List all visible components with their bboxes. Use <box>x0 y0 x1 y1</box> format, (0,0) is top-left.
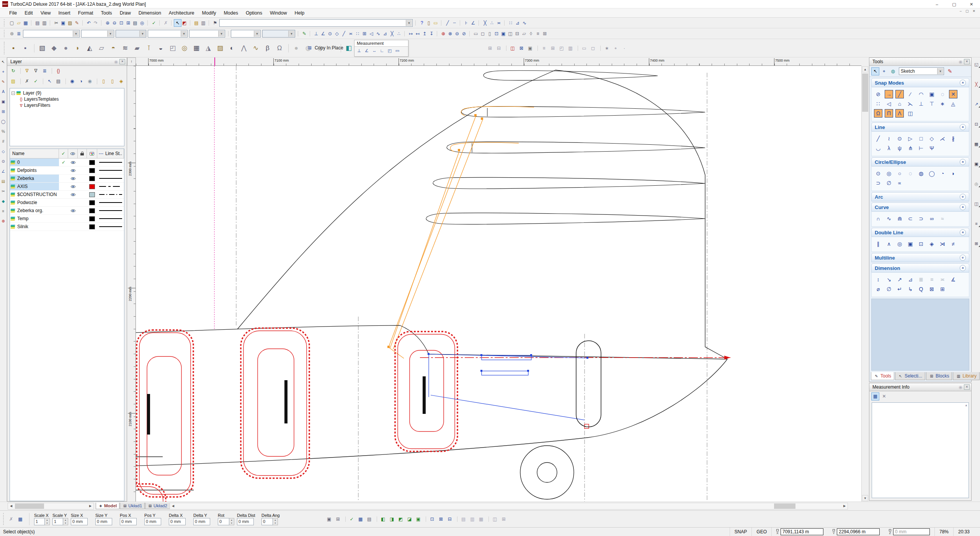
toolbar-icon[interactable]: ▢ <box>8 20 15 26</box>
field-spinner[interactable]: ▲▼ <box>229 518 234 525</box>
canvas-vscrollbar[interactable]: ▲ ▼ <box>861 66 868 502</box>
modify-tool-icon[interactable]: ◎ <box>973 181 980 187</box>
inspector-icon[interactable]: ⊞ <box>500 516 507 523</box>
layer-linestyle-sample[interactable] <box>97 191 124 198</box>
toolbar-icon[interactable]: ↶ <box>85 20 92 26</box>
chevron-up-icon[interactable]: « <box>960 124 966 130</box>
toolbar-icon[interactable]: Ω <box>274 43 284 53</box>
inspector-icon[interactable]: ⊟ <box>446 516 453 523</box>
toolbar-icon[interactable]: ▥ <box>200 20 207 26</box>
snap-mode-icon[interactable]: ✕ <box>949 90 957 98</box>
geo-toggle[interactable]: GEO <box>751 528 771 536</box>
layer-lock-cell[interactable] <box>78 199 87 206</box>
toolbar-icon[interactable]: ▱ <box>15 20 22 26</box>
circle-tool-icon[interactable]: ∝ <box>895 179 904 187</box>
toolbar-icon[interactable]: ⊞ <box>361 30 368 37</box>
drawing-tool-icon[interactable]: ◆ <box>0 198 6 204</box>
layer-row[interactable]: Zeberka org. ✓ <box>10 207 124 215</box>
toolbar-icon[interactable]: ⊥ <box>313 30 320 37</box>
toolbar-icon[interactable]: ◎ <box>180 43 189 53</box>
toolbar-icon[interactable]: ⋀ <box>239 43 249 53</box>
toolbar-icon[interactable]: ✗ <box>162 20 169 26</box>
snap-toggle[interactable]: SNAP <box>730 528 752 536</box>
toolbar-icon[interactable]: ▭ <box>432 20 439 26</box>
inspector-icon[interactable]: ▣ <box>326 516 333 523</box>
menu-item[interactable]: View <box>37 9 55 17</box>
dimension-tool-icon[interactable]: ⊠ <box>928 285 936 293</box>
inspector-icon[interactable]: ▦ <box>478 516 485 523</box>
snap-mode-icon[interactable]: ◌ <box>938 90 947 98</box>
toolbar-icon[interactable]: ∿ <box>375 30 382 37</box>
toolbar-icon[interactable]: ▪ <box>20 43 30 53</box>
snap-mode-icon[interactable]: ╱ <box>895 90 904 98</box>
scroll-up-icon[interactable]: ▲ <box>965 404 968 407</box>
toolbar-icon[interactable]: ⊠ <box>518 45 525 52</box>
layer-tool-icon[interactable]: ↖ <box>46 78 53 85</box>
toolbar-icon[interactable]: ? <box>418 20 425 26</box>
inspector-icon[interactable]: ◪ <box>406 516 413 523</box>
field-input[interactable]: 1 <box>52 518 63 525</box>
drawing-tool-icon[interactable]: ▣ <box>0 99 6 105</box>
modify-tool-icon[interactable]: ╳ <box>973 81 980 87</box>
toolbar-icon[interactable]: ⊡ <box>118 20 125 26</box>
toolbar-icon[interactable]: ◰ <box>558 45 565 52</box>
snap-mode-icon[interactable]: Ω <box>874 109 882 118</box>
layer-lock-cell[interactable] <box>78 183 87 190</box>
tools-header-icon[interactable]: ⌖ <box>880 68 888 75</box>
toolbar-icon[interactable]: ◓ <box>108 43 118 53</box>
toolbar-icon[interactable]: ∷ <box>507 20 514 26</box>
toolbar-icon[interactable] <box>23 30 80 38</box>
layer-row[interactable]: Temp ✓ <box>10 215 124 223</box>
toolbar-icon[interactable]: ◆ <box>49 43 59 53</box>
toolbar-icon[interactable]: ▰ <box>132 43 142 53</box>
toolbar-icon[interactable]: ◮ <box>203 43 213 53</box>
snap-mode-icon[interactable]: ⊤ <box>928 100 936 108</box>
layer-tool-icon[interactable]: ◈ <box>118 78 125 85</box>
measurement-info-icon[interactable]: ▦ <box>872 393 879 400</box>
field-input[interactable]: 0 <box>261 518 273 525</box>
line-tool-icon[interactable]: ∦ <box>949 134 957 143</box>
menu-item[interactable]: File <box>5 9 21 17</box>
toolbar-icon[interactable]: ⊖ <box>454 30 461 37</box>
pin-icon[interactable]: ◉ <box>959 385 962 390</box>
drawing-tool-icon[interactable]: ▤ <box>0 178 6 184</box>
section-header[interactable]: Snap Modes« <box>871 78 969 87</box>
double-line-tool-icon[interactable]: ⊡ <box>917 240 925 248</box>
double-line-tool-icon[interactable]: ∥ <box>874 240 882 248</box>
snap-mode-icon[interactable]: ∕ <box>906 90 915 98</box>
line-tool-icon[interactable]: ◇ <box>928 134 936 143</box>
palette-tab[interactable]: ▥ Library <box>953 372 980 380</box>
menu-item[interactable]: Tools <box>97 9 116 17</box>
layer-tool-icon[interactable]: ▯ <box>109 78 116 85</box>
drawing-tool-icon[interactable]: ⊞ <box>0 109 6 114</box>
line-tool-icon[interactable]: λ <box>885 144 893 152</box>
dimension-tool-icon[interactable]: ⌀ <box>874 285 882 293</box>
menu-item[interactable]: Help <box>291 9 308 17</box>
layer-lock-cell[interactable] <box>78 167 87 174</box>
circle-tool-icon[interactable]: ∅ <box>885 179 893 187</box>
drawing-tool-icon[interactable]: % <box>0 129 6 134</box>
line-tool-icon[interactable]: ⋌ <box>938 134 947 143</box>
measure-icon[interactable]: ∟ <box>379 47 385 54</box>
toolbar-icon[interactable]: ⊺ <box>144 43 154 53</box>
toolbar-icon[interactable]: ◐ <box>227 43 237 53</box>
toolbar-icon[interactable]: ≍ <box>347 30 354 37</box>
style-brush-icon[interactable]: ✎ <box>946 68 954 75</box>
field-input[interactable]: 0 mm <box>169 518 186 525</box>
modify-tool-icon[interactable]: ↗ <box>973 101 980 107</box>
toolbar-icon[interactable]: ∿ <box>521 20 528 26</box>
layer-tool-icon[interactable]: ∇ <box>23 67 31 75</box>
layer-row[interactable]: Defpoints ✓ <box>10 167 124 175</box>
toolbar-icon[interactable]: ↦ <box>407 30 414 37</box>
modify-tool-icon[interactable]: ⊞ <box>973 240 980 247</box>
snap-mode-icon[interactable]: ∷ <box>874 100 882 108</box>
layer-lock-cell[interactable] <box>78 191 87 198</box>
field-input[interactable]: 0 mm <box>120 518 137 525</box>
dimension-tool-icon[interactable]: ↵ <box>895 285 904 293</box>
layer-lock-cell[interactable] <box>78 175 87 182</box>
layer-linestyle-sample[interactable] <box>97 199 124 206</box>
drawing-tool-icon[interactable]: ≡ <box>0 208 6 214</box>
layer-lock-cell[interactable] <box>78 223 87 230</box>
toolbar-icon[interactable]: ◁ <box>368 30 375 37</box>
layer-color-swatch[interactable] <box>87 191 97 198</box>
